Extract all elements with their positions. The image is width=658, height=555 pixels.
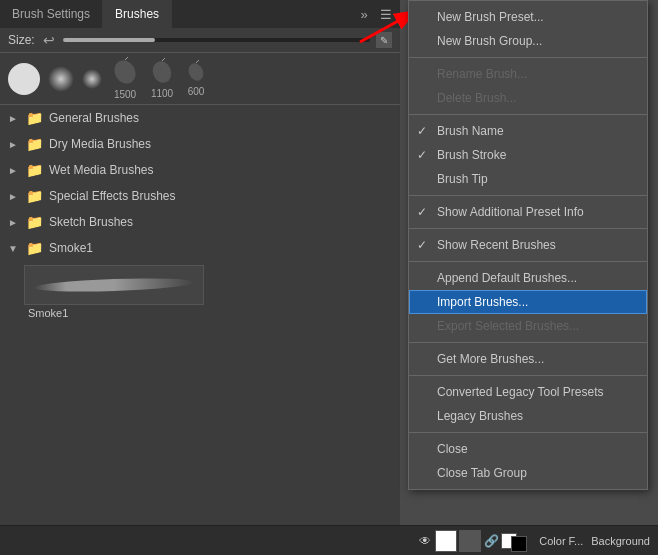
layer-thumb-white [435, 530, 457, 552]
folder-icon: 📁 [26, 188, 43, 204]
svg-line-3 [162, 58, 165, 61]
size-row: Size: ↩ ✎ [0, 28, 400, 53]
brush-item-name: Smoke1 [24, 307, 68, 319]
menu-close[interactable]: Close [409, 437, 647, 461]
svg-point-0 [110, 57, 139, 87]
brush-tip-icon-1100 [148, 58, 176, 86]
menu-legacy-brushes[interactable]: Legacy Brushes [409, 404, 647, 428]
chevron-icon: ► [8, 217, 20, 228]
check-recent-brushes: ✓ [417, 238, 427, 252]
svg-line-1 [125, 57, 128, 60]
menu-get-more-brushes[interactable]: Get More Brushes... [409, 347, 647, 371]
link-icon: 🔗 [483, 533, 499, 549]
menu-separator-4 [409, 228, 647, 229]
menu-import-brushes[interactable]: Import Brushes... [409, 290, 647, 314]
stroke-line [34, 276, 194, 294]
check-brush-stroke: ✓ [417, 148, 427, 162]
brush-label-600: 600 [188, 86, 205, 97]
menu-separator-6 [409, 342, 647, 343]
layer-thumb-dark [459, 530, 481, 552]
check-additional-preset: ✓ [417, 205, 427, 219]
brush-preview-1[interactable] [8, 63, 40, 95]
menu-brush-tip[interactable]: Brush Tip [409, 167, 647, 191]
folder-icon: 📁 [26, 110, 43, 126]
color-f-label: Color F... [531, 535, 583, 547]
svg-point-4 [186, 61, 206, 83]
group-wet-media[interactable]: ► 📁 Wet Media Brushes [0, 157, 400, 183]
chevron-icon: ► [8, 191, 20, 202]
menu-converted-legacy-tool-presets[interactable]: Converted Legacy Tool Presets [409, 380, 647, 404]
menu-brush-stroke[interactable]: ✓ Brush Stroke [409, 143, 647, 167]
menu-brush-name[interactable]: ✓ Brush Name [409, 119, 647, 143]
brush-list[interactable]: ► 📁 General Brushes ► 📁 Dry Media Brushe… [0, 105, 400, 527]
menu-export-selected-brushes: Export Selected Brushes... [409, 314, 647, 338]
size-edit-icon[interactable]: ✎ [376, 32, 392, 48]
menu-separator-2 [409, 114, 647, 115]
tab-brushes[interactable]: Brushes [103, 0, 172, 28]
menu-show-additional-preset-info[interactable]: ✓ Show Additional Preset Info [409, 200, 647, 224]
bottom-panel: 👁 🔗 Color F... Background [0, 525, 658, 555]
brush-panel: Brush Settings Brushes » ☰ Size: ↩ ✎ [0, 0, 400, 555]
chevron-icon: ► [8, 113, 20, 124]
group-dry-media[interactable]: ► 📁 Dry Media Brushes [0, 131, 400, 157]
menu-new-brush-group[interactable]: New Brush Group... [409, 29, 647, 53]
chevron-icon: ► [8, 165, 20, 176]
background-color[interactable] [511, 536, 527, 552]
folder-icon: 📁 [26, 240, 43, 256]
tab-brush-settings[interactable]: Brush Settings [0, 0, 103, 28]
menu-show-recent-brushes[interactable]: ✓ Show Recent Brushes [409, 233, 647, 257]
tab-icons: » ☰ [354, 0, 400, 28]
size-label: Size: [8, 33, 35, 47]
menu-separator [409, 57, 647, 58]
folder-icon: 📁 [26, 136, 43, 152]
brush-preview-600[interactable]: 600 [184, 60, 208, 97]
brush-tip-icon-600 [184, 60, 208, 84]
brush-preview-1500[interactable]: 1500 [110, 57, 140, 100]
size-slider-fill [63, 38, 155, 42]
size-slider[interactable] [63, 38, 370, 42]
tab-bar: Brush Settings Brushes » ☰ [0, 0, 400, 28]
expand-panels-icon[interactable]: » [354, 4, 374, 24]
menu-rename-brush: Rename Brush... [409, 62, 647, 86]
group-name: Wet Media Brushes [49, 163, 154, 177]
group-name: Sketch Brushes [49, 215, 133, 229]
group-name: Special Effects Brushes [49, 189, 176, 203]
brush-stroke-preview [24, 265, 204, 305]
group-name: Smoke1 [49, 241, 93, 255]
size-undo-button[interactable]: ↩ [41, 32, 57, 48]
brush-item-smoke1[interactable]: Smoke1 [0, 261, 400, 323]
brush-tip-icon-1500 [110, 57, 140, 87]
context-menu: New Brush Preset... New Brush Group... R… [408, 0, 648, 490]
group-sketch-brushes[interactable]: ► 📁 Sketch Brushes [0, 209, 400, 235]
svg-point-2 [150, 59, 174, 86]
background-label: Background [587, 535, 650, 547]
menu-append-default-brushes[interactable]: Append Default Brushes... [409, 266, 647, 290]
svg-line-5 [196, 60, 199, 63]
group-general-brushes[interactable]: ► 📁 General Brushes [0, 105, 400, 131]
chevron-icon: ► [8, 139, 20, 150]
group-name: Dry Media Brushes [49, 137, 151, 151]
brush-preview-1100[interactable]: 1100 [148, 58, 176, 99]
panel-menu-icon[interactable]: ☰ [376, 4, 396, 24]
menu-separator-7 [409, 375, 647, 376]
group-name: General Brushes [49, 111, 139, 125]
visibility-icon[interactable]: 👁 [417, 533, 433, 549]
brush-circle-small [82, 69, 102, 89]
brush-expanded-content: Smoke1 [0, 261, 400, 323]
brush-label-1100: 1100 [151, 88, 173, 99]
menu-close-tab-group[interactable]: Close Tab Group [409, 461, 647, 485]
brush-label-1500: 1500 [114, 89, 136, 100]
check-brush-name: ✓ [417, 124, 427, 138]
folder-icon: 📁 [26, 162, 43, 178]
brush-preview-3[interactable] [82, 69, 102, 89]
menu-delete-brush: Delete Brush... [409, 86, 647, 110]
layers-mini: 👁 🔗 Color F... Background [409, 530, 658, 552]
brush-circle-medium [48, 66, 74, 92]
menu-separator-5 [409, 261, 647, 262]
menu-new-brush-preset[interactable]: New Brush Preset... [409, 5, 647, 29]
menu-separator-8 [409, 432, 647, 433]
group-special-effects[interactable]: ► 📁 Special Effects Brushes [0, 183, 400, 209]
brush-preview-2[interactable] [48, 66, 74, 92]
chevron-down-icon: ▼ [8, 243, 20, 254]
group-smoke1[interactable]: ▼ 📁 Smoke1 [0, 235, 400, 261]
